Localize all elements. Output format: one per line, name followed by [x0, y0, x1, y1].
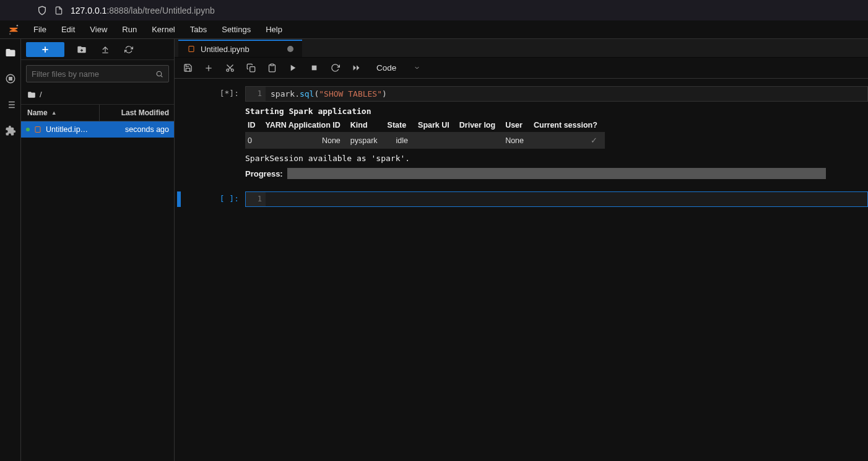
- menu-view[interactable]: View: [82, 22, 115, 37]
- copy-icon[interactable]: [245, 63, 256, 74]
- sort-asc-icon: ▲: [51, 110, 57, 116]
- toc-icon[interactable]: [4, 99, 17, 111]
- svg-line-14: [161, 76, 162, 77]
- activity-bar: [0, 39, 21, 461]
- code-editor[interactable]: 1 spark.sql("SHOW TABLES"): [245, 86, 868, 102]
- browser-url-bar: 127.0.0.1:8888/lab/tree/Untitled.ipynb: [0, 0, 868, 20]
- cell-active[interactable]: [ ]: 1: [175, 190, 868, 208]
- file-modified: seconds ago: [100, 125, 174, 134]
- url-host: 127.0.0.1: [71, 6, 106, 15]
- kernel-activity-dot: [26, 128, 30, 131]
- shield-icon: [37, 6, 47, 15]
- paste-icon[interactable]: [266, 63, 277, 74]
- notebook-icon: [187, 45, 196, 53]
- cell-output: Starting Spark application ID YARN Appli…: [245, 102, 868, 184]
- cell-type-value: Code: [376, 63, 396, 72]
- cell-type-select[interactable]: Code: [376, 63, 420, 72]
- main-area: Untitled.ipynb Code: [175, 39, 868, 461]
- upload-icon[interactable]: [99, 43, 111, 56]
- col-name[interactable]: Name ▲: [21, 105, 100, 121]
- url-path: :8888/lab/tree/Untitled.ipynb: [106, 6, 214, 15]
- refresh-icon[interactable]: [123, 43, 135, 56]
- svg-point-13: [157, 71, 162, 76]
- svg-marker-25: [290, 65, 295, 71]
- search-icon: [155, 70, 163, 78]
- unsaved-indicator-icon: [287, 46, 293, 52]
- cell-prompt: [*]:: [206, 86, 245, 184]
- progress-row: Progress:: [245, 168, 868, 179]
- file-browser: / Name ▲ Last Modified Untitled.ip… seco…: [21, 39, 175, 461]
- menu-kernel[interactable]: Kernel: [144, 22, 183, 37]
- menu-run[interactable]: Run: [115, 22, 144, 37]
- table-row: 0 None pyspark idle None ✓: [245, 132, 605, 149]
- page-icon: [54, 6, 63, 15]
- code-editor[interactable]: 1: [245, 191, 868, 207]
- new-folder-icon[interactable]: [76, 43, 88, 56]
- svg-marker-27: [353, 65, 355, 71]
- tab-label: Untitled.ipynb: [201, 45, 250, 54]
- cell-prompt: [ ]:: [206, 191, 245, 207]
- menu-edit[interactable]: Edit: [54, 22, 82, 37]
- code-source[interactable]: spark.sql("SHOW TABLES"): [266, 87, 867, 101]
- running-icon[interactable]: [4, 72, 17, 85]
- svg-rect-15: [35, 127, 40, 133]
- progress-bar: [287, 168, 826, 179]
- cell-executed[interactable]: [*]: 1 spark.sql("SHOW TABLES") Starting…: [175, 85, 868, 185]
- jupyter-logo-icon: [5, 21, 22, 38]
- svg-rect-23: [250, 67, 254, 72]
- svg-rect-24: [271, 64, 274, 66]
- svg-point-0: [17, 25, 19, 27]
- notebook-toolbar: Code: [175, 58, 868, 79]
- run-icon[interactable]: [287, 63, 298, 74]
- jupyterlab-app: File Edit View Run Kernel Tabs Settings …: [0, 20, 868, 461]
- menu-file[interactable]: File: [26, 22, 54, 37]
- col-modified[interactable]: Last Modified: [100, 105, 174, 121]
- file-filter: [21, 60, 174, 87]
- file-browser-toolbar: [21, 39, 174, 60]
- menu-settings[interactable]: Settings: [214, 22, 258, 37]
- line-number: 1: [246, 87, 266, 101]
- file-list-header: Name ▲ Last Modified: [21, 105, 174, 121]
- menu-tabs[interactable]: Tabs: [183, 22, 214, 37]
- chevron-down-icon: [414, 64, 420, 71]
- folder-icon[interactable]: [4, 46, 17, 59]
- menubar: File Edit View Run Kernel Tabs Settings …: [0, 20, 868, 39]
- svg-marker-28: [357, 65, 359, 71]
- menu-help[interactable]: Help: [258, 22, 290, 37]
- breadcrumb[interactable]: /: [21, 87, 174, 105]
- file-filter-input[interactable]: [32, 69, 151, 79]
- restart-icon[interactable]: [329, 63, 341, 74]
- file-row[interactable]: Untitled.ip… seconds ago: [21, 121, 174, 138]
- new-launcher-button[interactable]: [26, 42, 64, 57]
- stop-icon[interactable]: [308, 63, 319, 74]
- svg-point-19: [226, 69, 228, 71]
- line-number: 1: [246, 192, 266, 206]
- save-icon[interactable]: [182, 63, 193, 74]
- run-all-icon[interactable]: [350, 63, 362, 74]
- tab-bar: Untitled.ipynb: [175, 39, 868, 58]
- svg-rect-3: [9, 77, 12, 81]
- breadcrumb-root: /: [40, 90, 42, 99]
- svg-point-20: [231, 69, 233, 71]
- session-line: SparkSession available as 'spark'.: [245, 154, 868, 163]
- check-icon: ✓: [531, 132, 605, 149]
- tab-notebook[interactable]: Untitled.ipynb: [178, 40, 302, 57]
- url-text[interactable]: 127.0.0.1:8888/lab/tree/Untitled.ipynb: [71, 6, 215, 15]
- svg-rect-16: [189, 46, 194, 52]
- notebook[interactable]: [*]: 1 spark.sql("SHOW TABLES") Starting…: [175, 79, 868, 461]
- svg-rect-26: [311, 66, 316, 71]
- code-source[interactable]: [266, 192, 867, 206]
- file-name: Untitled.ip…: [46, 125, 88, 134]
- notebook-icon: [33, 125, 42, 134]
- progress-label: Progress:: [245, 169, 282, 178]
- cut-icon[interactable]: [224, 63, 235, 74]
- add-cell-icon[interactable]: [203, 63, 214, 74]
- output-starting: Starting Spark application: [245, 107, 868, 116]
- svg-point-1: [9, 33, 11, 34]
- spark-app-table: ID YARN Application ID Kind State Spark …: [245, 118, 605, 149]
- extensions-icon[interactable]: [4, 125, 17, 137]
